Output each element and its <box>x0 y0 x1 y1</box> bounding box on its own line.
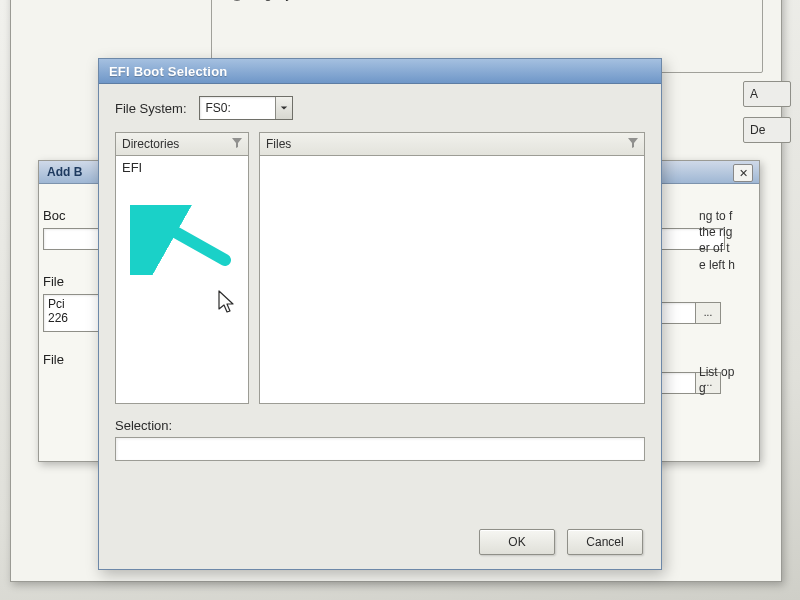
dialog-button-row: OK Cancel <box>479 529 643 555</box>
label-boc: Boc <box>43 208 65 223</box>
filter-icon <box>628 137 638 151</box>
add-boot-title: Add B <box>47 165 82 179</box>
radio-legacy-label: Legacy <box>250 0 292 1</box>
selection-input[interactable] <box>115 437 645 461</box>
file-system-label: File System: <box>115 101 187 116</box>
radio-icon <box>230 0 244 1</box>
files-header-label: Files <box>266 137 291 151</box>
label-file: File <box>43 274 64 289</box>
chevron-down-icon <box>275 97 292 119</box>
cancel-button[interactable]: Cancel <box>567 529 643 555</box>
panes: Directories EFI Files <box>115 132 645 404</box>
side-button-de[interactable]: De <box>743 117 791 143</box>
file-system-row: File System: FS0: <box>115 96 645 120</box>
files-list[interactable] <box>260 156 644 403</box>
label-file2: File <box>43 352 64 367</box>
radio-legacy-row[interactable]: Legacy <box>230 0 292 1</box>
efi-boot-selection-dialog: EFI Boot Selection File System: FS0: Dir… <box>98 58 662 570</box>
side-button-a[interactable]: A <box>743 81 791 107</box>
filter-icon <box>232 137 242 151</box>
file-system-value: FS0: <box>206 101 231 115</box>
efi-title-text: EFI Boot Selection <box>109 64 227 79</box>
file-system-select[interactable]: FS0: <box>199 96 293 120</box>
ok-button[interactable]: OK <box>479 529 555 555</box>
input-file-pci[interactable]: Pci 226 <box>43 294 101 332</box>
directories-header[interactable]: Directories <box>116 133 248 156</box>
close-icon: ✕ <box>739 168 748 179</box>
close-button[interactable]: ✕ <box>733 164 753 182</box>
files-header[interactable]: Files <box>260 133 644 156</box>
screen: Boot List Option Legacy A De Add B ✕ Boc… <box>0 0 800 600</box>
help-text-2: List op g <box>699 364 734 396</box>
files-pane: Files <box>259 132 645 404</box>
selection-row: Selection: <box>115 418 645 461</box>
selection-label: Selection: <box>115 418 645 433</box>
directories-list[interactable]: EFI <box>116 156 248 403</box>
efi-titlebar: EFI Boot Selection <box>99 59 661 84</box>
efi-body: File System: FS0: Directories <box>99 84 661 473</box>
browse-button-1[interactable]: ... <box>695 302 721 324</box>
input-boc[interactable] <box>43 228 101 250</box>
directories-pane: Directories EFI <box>115 132 249 404</box>
help-text: ng to f the rig er of t e left h <box>699 208 735 273</box>
directories-header-label: Directories <box>122 137 179 151</box>
list-item[interactable]: EFI <box>120 158 244 177</box>
